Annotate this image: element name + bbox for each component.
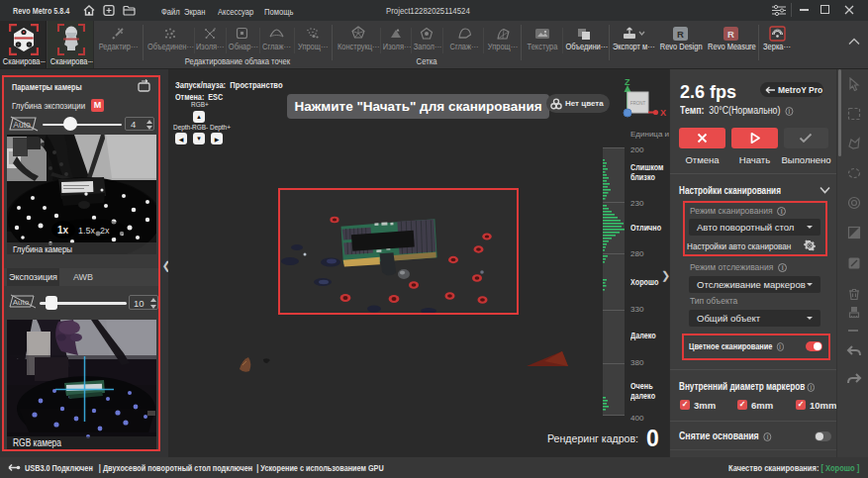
svg-text:R: R [677, 28, 684, 39]
svg-text:2x: 2x [100, 226, 110, 236]
svg-text:X: X [660, 108, 666, 118]
svg-text:FRONT: FRONT [630, 101, 646, 106]
svg-text:RGB камера: RGB камера [13, 437, 61, 448]
svg-text:R: R [727, 28, 734, 39]
svg-text:Auto: Auto [13, 298, 30, 307]
svg-text:1.5x: 1.5x [78, 226, 96, 236]
svg-text:1x: 1x [57, 225, 69, 236]
svg-text:Auto: Auto [13, 120, 31, 130]
svg-text:Глубина камеры: Глубина камеры [13, 243, 72, 254]
